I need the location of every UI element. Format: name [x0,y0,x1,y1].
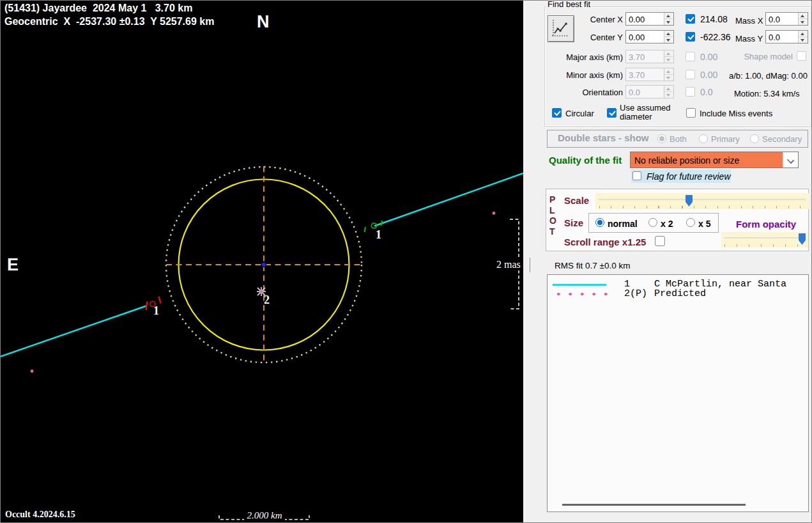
size-normal-label: normal [608,219,638,229]
quality-of-fit-value[interactable]: No reliable position or size [631,152,783,168]
fit-center-x-checkbox[interactable] [686,14,695,24]
double-primary-radio [699,134,708,143]
double-both-label: Both [670,134,687,144]
scale-slider[interactable] [595,193,809,209]
chord-1-label-disappearance: 1 [376,228,381,241]
size-x5-label: x 5 [698,219,710,229]
form-opacity-thumb[interactable] [799,233,806,245]
observer-id: 2(P) [624,288,647,299]
include-miss-events-label: Include Miss events [700,109,772,118]
plot-title-line1: (51431) Jayardee 2024 May 1 3.70 km [4,3,192,14]
mass-x-input[interactable]: 0.0 [765,12,808,26]
north-label: N [257,12,270,32]
assumed-diameter-checkbox[interactable] [607,108,617,118]
spin-up-icon[interactable] [664,31,673,36]
control-panel: Find best fit Center X 0.00 214.08 Mass … [523,1,812,523]
size-x2-label: x 2 [661,219,673,229]
spin-up-icon [664,86,673,91]
observer-list[interactable]: 1 C McPartlin, near Santa 2(P) Predicted [547,274,809,512]
scale-slider-thumb[interactable] [686,195,693,207]
mass-x-value[interactable]: 0.0 [766,13,798,25]
fit-major-axis-checkbox [686,52,695,61]
motion-label: Motion: 5.34 km/s [734,89,800,98]
predicted-star-label: 2 [264,293,270,306]
spin-down-icon[interactable] [664,36,673,43]
fit-center-y-checkbox[interactable] [686,32,695,42]
spin-up-icon [664,68,673,74]
spin-up-icon[interactable] [799,13,808,19]
observer-name: Predicted [654,288,706,299]
chevron-down-icon[interactable] [783,152,798,168]
fit-orientation-result: 0.0 [700,87,712,97]
center-x-value[interactable]: 0.00 [626,13,664,25]
orientation-input: 0.0 [625,85,674,98]
find-best-fit-title: Find best fit [546,0,592,9]
plot-title-line2: Geocentric X -2537.30 ±0.13 Y 5257.69 km [4,16,214,27]
fit-center-x-result: 214.08 [700,14,728,24]
flag-review-checkbox[interactable] [632,171,641,180]
slider-groove [724,237,805,238]
size-label: Size [564,217,583,228]
mas-scale-label: 2 mas [495,259,522,270]
size-x5-radio[interactable] [686,218,695,227]
find-best-fit-button[interactable] [548,15,574,42]
mass-y-input[interactable]: 0.0 [765,30,808,43]
spin-down-icon[interactable] [799,36,808,43]
chord-line-swatch [553,284,606,286]
double-secondary-label: Secondary [762,134,802,144]
major-axis-input: 3.70 [625,50,674,63]
spin-up-icon[interactable] [799,31,808,36]
predicted-dots-swatch [553,292,609,296]
fit-major-axis-result: 0.00 [700,52,717,62]
occultation-plot[interactable]: 1 1 2 (51431) Jayardee 2024 May 1 3.70 k… [1,1,523,523]
horizontal-scrollbar-thumb[interactable] [562,504,746,506]
spin-up-icon[interactable] [664,13,673,19]
spin-up-icon [664,51,673,56]
chord-1-label-reappearance: 1 [153,304,159,317]
shape-model-label: Shape model [734,52,793,61]
orientation-label: Orientation [549,88,623,97]
quality-of-fit-label: Quality of the fit [549,155,622,166]
plot-letter: T [549,226,555,237]
double-primary-label: Primary [711,134,740,144]
scroll-range-label: Scroll range x1.25 [564,237,646,247]
center-y-value[interactable]: 0.00 [626,31,664,43]
include-miss-events-checkbox[interactable] [686,108,696,118]
circular-label: Circular [565,109,594,118]
rms-fit-label: RMS fit 0.7 ±0.0 km [555,261,630,270]
chord-1-pre-segment [374,173,523,226]
center-y-label: Center Y [576,33,623,42]
center-x-spinner[interactable] [664,13,673,25]
center-y-input[interactable]: 0.00 [625,30,674,43]
mass-y-label: Mass Y [735,34,763,43]
plot-canvas: 1 1 2 [1,1,523,523]
panel-divider [530,258,530,272]
ab-dmag-label: a/b: 1.00, dMag: 0.00 [729,71,808,81]
size-options-group: normal x 2 x 5 [588,213,719,233]
mass-x-label: Mass X [735,16,763,26]
plot-letter: O [549,215,556,226]
spin-down-icon[interactable] [799,19,808,25]
scroll-range-checkbox[interactable] [655,236,665,246]
chord-1-post-segment [1,306,146,357]
minor-axis-value: 3.70 [626,68,664,81]
form-opacity-slider[interactable] [721,232,808,247]
app-version-label: Occult 4.2024.6.15 [5,510,75,520]
mass-y-spinner[interactable] [798,31,808,43]
mass-y-value[interactable]: 0.0 [766,31,798,43]
center-y-spinner[interactable] [664,31,673,43]
fit-chart-icon [548,16,572,40]
mass-x-spinner[interactable] [798,13,808,25]
center-x-input[interactable]: 0.00 [625,12,674,26]
circular-checkbox[interactable] [552,108,562,118]
minor-axis-input: 3.70 [625,68,674,81]
size-normal-radio[interactable] [595,218,604,227]
plot-vertical-label: P L O T [549,194,557,237]
size-x2-radio[interactable] [648,218,657,227]
form-opacity-label: Form opacity [736,219,796,230]
plot-letter: P [549,194,555,205]
minor-axis-spinner [664,68,673,81]
spin-down-icon[interactable] [664,19,673,25]
double-both-radio [657,134,666,143]
quality-of-fit-select[interactable]: No reliable position or size [630,152,799,168]
